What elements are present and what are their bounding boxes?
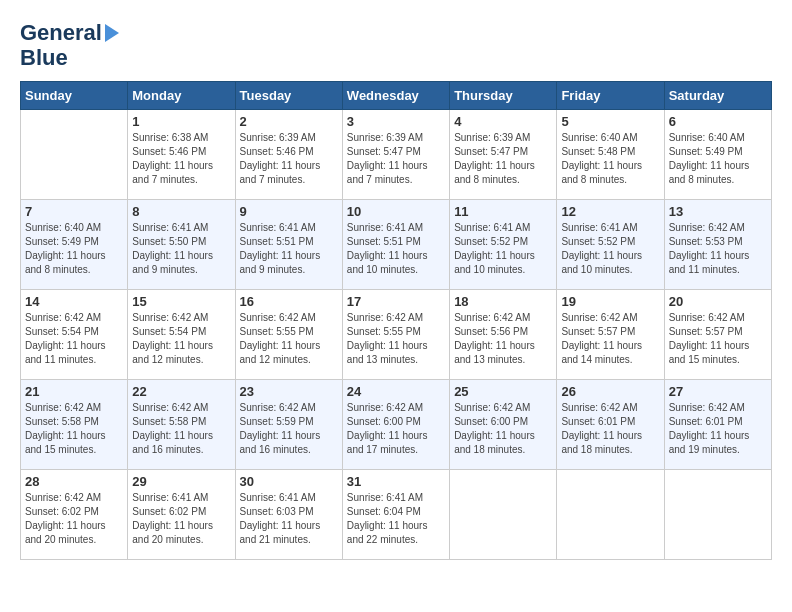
logo-general: General — [20, 20, 102, 45]
day-info: Sunrise: 6:41 AMSunset: 6:02 PMDaylight:… — [132, 491, 230, 547]
day-info: Sunrise: 6:42 AMSunset: 5:57 PMDaylight:… — [561, 311, 659, 367]
day-number: 9 — [240, 204, 338, 219]
day-number: 1 — [132, 114, 230, 129]
calendar-header-wednesday: Wednesday — [342, 81, 449, 109]
day-number: 5 — [561, 114, 659, 129]
day-number: 17 — [347, 294, 445, 309]
calendar-day-cell: 25Sunrise: 6:42 AMSunset: 6:00 PMDayligh… — [450, 379, 557, 469]
calendar-day-cell: 8Sunrise: 6:41 AMSunset: 5:50 PMDaylight… — [128, 199, 235, 289]
calendar-day-cell: 17Sunrise: 6:42 AMSunset: 5:55 PMDayligh… — [342, 289, 449, 379]
calendar-day-cell: 26Sunrise: 6:42 AMSunset: 6:01 PMDayligh… — [557, 379, 664, 469]
calendar-day-cell: 2Sunrise: 6:39 AMSunset: 5:46 PMDaylight… — [235, 109, 342, 199]
day-number: 26 — [561, 384, 659, 399]
calendar-day-cell: 11Sunrise: 6:41 AMSunset: 5:52 PMDayligh… — [450, 199, 557, 289]
day-info: Sunrise: 6:42 AMSunset: 6:02 PMDaylight:… — [25, 491, 123, 547]
day-info: Sunrise: 6:42 AMSunset: 5:55 PMDaylight:… — [347, 311, 445, 367]
calendar-day-cell: 16Sunrise: 6:42 AMSunset: 5:55 PMDayligh… — [235, 289, 342, 379]
day-number: 3 — [347, 114, 445, 129]
calendar-day-cell: 31Sunrise: 6:41 AMSunset: 6:04 PMDayligh… — [342, 469, 449, 559]
day-number: 20 — [669, 294, 767, 309]
calendar-header-monday: Monday — [128, 81, 235, 109]
calendar-week-row: 7Sunrise: 6:40 AMSunset: 5:49 PMDaylight… — [21, 199, 772, 289]
day-info: Sunrise: 6:42 AMSunset: 5:54 PMDaylight:… — [132, 311, 230, 367]
calendar-day-cell — [450, 469, 557, 559]
calendar-day-cell: 7Sunrise: 6:40 AMSunset: 5:49 PMDaylight… — [21, 199, 128, 289]
day-info: Sunrise: 6:41 AMSunset: 5:50 PMDaylight:… — [132, 221, 230, 277]
calendar-day-cell: 14Sunrise: 6:42 AMSunset: 5:54 PMDayligh… — [21, 289, 128, 379]
day-number: 7 — [25, 204, 123, 219]
day-number: 12 — [561, 204, 659, 219]
day-number: 27 — [669, 384, 767, 399]
calendar-day-cell: 9Sunrise: 6:41 AMSunset: 5:51 PMDaylight… — [235, 199, 342, 289]
logo-blue: Blue — [20, 45, 119, 70]
day-number: 24 — [347, 384, 445, 399]
calendar-day-cell: 12Sunrise: 6:41 AMSunset: 5:52 PMDayligh… — [557, 199, 664, 289]
calendar-day-cell: 19Sunrise: 6:42 AMSunset: 5:57 PMDayligh… — [557, 289, 664, 379]
day-number: 23 — [240, 384, 338, 399]
day-info: Sunrise: 6:42 AMSunset: 5:53 PMDaylight:… — [669, 221, 767, 277]
calendar-day-cell: 28Sunrise: 6:42 AMSunset: 6:02 PMDayligh… — [21, 469, 128, 559]
day-info: Sunrise: 6:42 AMSunset: 5:58 PMDaylight:… — [25, 401, 123, 457]
calendar-body: 1Sunrise: 6:38 AMSunset: 5:46 PMDaylight… — [21, 109, 772, 559]
calendar-header-tuesday: Tuesday — [235, 81, 342, 109]
day-info: Sunrise: 6:42 AMSunset: 6:01 PMDaylight:… — [669, 401, 767, 457]
day-info: Sunrise: 6:42 AMSunset: 6:00 PMDaylight:… — [347, 401, 445, 457]
calendar-week-row: 14Sunrise: 6:42 AMSunset: 5:54 PMDayligh… — [21, 289, 772, 379]
calendar-day-cell: 24Sunrise: 6:42 AMSunset: 6:00 PMDayligh… — [342, 379, 449, 469]
calendar-week-row: 28Sunrise: 6:42 AMSunset: 6:02 PMDayligh… — [21, 469, 772, 559]
calendar-day-cell — [664, 469, 771, 559]
calendar-day-cell: 29Sunrise: 6:41 AMSunset: 6:02 PMDayligh… — [128, 469, 235, 559]
day-number: 6 — [669, 114, 767, 129]
day-number: 22 — [132, 384, 230, 399]
logo: General Blue — [20, 20, 119, 71]
day-info: Sunrise: 6:41 AMSunset: 5:52 PMDaylight:… — [561, 221, 659, 277]
calendar-header-friday: Friday — [557, 81, 664, 109]
day-number: 21 — [25, 384, 123, 399]
day-number: 18 — [454, 294, 552, 309]
day-number: 4 — [454, 114, 552, 129]
day-info: Sunrise: 6:40 AMSunset: 5:49 PMDaylight:… — [669, 131, 767, 187]
calendar-header-sunday: Sunday — [21, 81, 128, 109]
calendar-day-cell: 3Sunrise: 6:39 AMSunset: 5:47 PMDaylight… — [342, 109, 449, 199]
calendar-day-cell: 30Sunrise: 6:41 AMSunset: 6:03 PMDayligh… — [235, 469, 342, 559]
calendar-day-cell: 22Sunrise: 6:42 AMSunset: 5:58 PMDayligh… — [128, 379, 235, 469]
calendar-day-cell: 21Sunrise: 6:42 AMSunset: 5:58 PMDayligh… — [21, 379, 128, 469]
calendar-day-cell: 13Sunrise: 6:42 AMSunset: 5:53 PMDayligh… — [664, 199, 771, 289]
calendar-week-row: 21Sunrise: 6:42 AMSunset: 5:58 PMDayligh… — [21, 379, 772, 469]
day-number: 31 — [347, 474, 445, 489]
calendar-day-cell: 15Sunrise: 6:42 AMSunset: 5:54 PMDayligh… — [128, 289, 235, 379]
calendar-week-row: 1Sunrise: 6:38 AMSunset: 5:46 PMDaylight… — [21, 109, 772, 199]
day-info: Sunrise: 6:40 AMSunset: 5:48 PMDaylight:… — [561, 131, 659, 187]
day-number: 11 — [454, 204, 552, 219]
calendar-header-saturday: Saturday — [664, 81, 771, 109]
day-info: Sunrise: 6:41 AMSunset: 5:52 PMDaylight:… — [454, 221, 552, 277]
day-info: Sunrise: 6:38 AMSunset: 5:46 PMDaylight:… — [132, 131, 230, 187]
calendar-day-cell: 27Sunrise: 6:42 AMSunset: 6:01 PMDayligh… — [664, 379, 771, 469]
day-info: Sunrise: 6:39 AMSunset: 5:47 PMDaylight:… — [454, 131, 552, 187]
day-info: Sunrise: 6:40 AMSunset: 5:49 PMDaylight:… — [25, 221, 123, 277]
day-number: 8 — [132, 204, 230, 219]
day-number: 2 — [240, 114, 338, 129]
logo-arrow-icon — [105, 24, 119, 42]
day-number: 16 — [240, 294, 338, 309]
day-info: Sunrise: 6:42 AMSunset: 6:01 PMDaylight:… — [561, 401, 659, 457]
day-info: Sunrise: 6:39 AMSunset: 5:47 PMDaylight:… — [347, 131, 445, 187]
day-info: Sunrise: 6:41 AMSunset: 6:03 PMDaylight:… — [240, 491, 338, 547]
calendar-day-cell: 5Sunrise: 6:40 AMSunset: 5:48 PMDaylight… — [557, 109, 664, 199]
day-info: Sunrise: 6:42 AMSunset: 6:00 PMDaylight:… — [454, 401, 552, 457]
day-number: 28 — [25, 474, 123, 489]
calendar-header-row: SundayMondayTuesdayWednesdayThursdayFrid… — [21, 81, 772, 109]
calendar-day-cell: 18Sunrise: 6:42 AMSunset: 5:56 PMDayligh… — [450, 289, 557, 379]
day-number: 29 — [132, 474, 230, 489]
day-info: Sunrise: 6:42 AMSunset: 5:57 PMDaylight:… — [669, 311, 767, 367]
calendar-table: SundayMondayTuesdayWednesdayThursdayFrid… — [20, 81, 772, 560]
day-number: 13 — [669, 204, 767, 219]
day-info: Sunrise: 6:41 AMSunset: 6:04 PMDaylight:… — [347, 491, 445, 547]
calendar-day-cell — [557, 469, 664, 559]
day-info: Sunrise: 6:41 AMSunset: 5:51 PMDaylight:… — [240, 221, 338, 277]
day-info: Sunrise: 6:42 AMSunset: 5:56 PMDaylight:… — [454, 311, 552, 367]
calendar-day-cell: 10Sunrise: 6:41 AMSunset: 5:51 PMDayligh… — [342, 199, 449, 289]
day-info: Sunrise: 6:41 AMSunset: 5:51 PMDaylight:… — [347, 221, 445, 277]
calendar-day-cell: 4Sunrise: 6:39 AMSunset: 5:47 PMDaylight… — [450, 109, 557, 199]
calendar-day-cell: 6Sunrise: 6:40 AMSunset: 5:49 PMDaylight… — [664, 109, 771, 199]
